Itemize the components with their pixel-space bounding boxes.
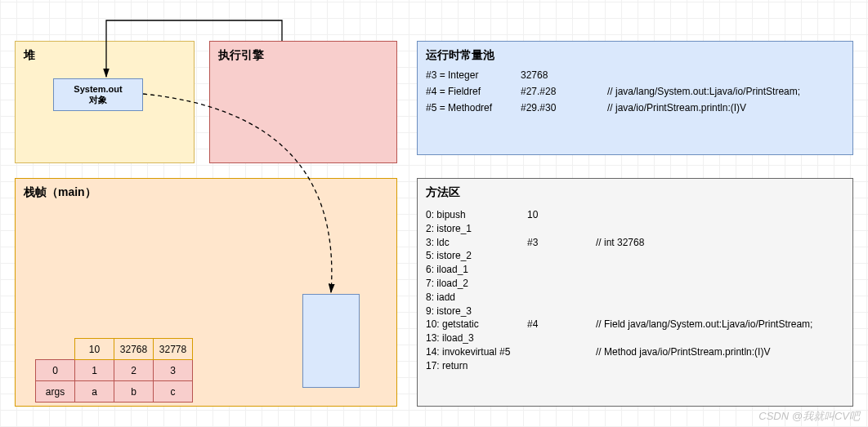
bytecode-cell: 9: istore_3 [426,305,524,318]
bytecode-cell: 0: bipush [426,208,524,222]
var-index: 0 [36,360,75,381]
bytecode-row: 3: ldc#3// int 32768 [426,236,844,250]
bytecode-cell: 8: iadd [426,291,524,305]
local-vars-table: 10 32768 32778 0 1 2 3 args a b c [35,338,193,403]
var-value: 10 [75,339,114,360]
cp-id: #4 = Fieldref [426,86,516,97]
bytecode-list: 0: bipush102: istore_13: ldc#3// int 327… [426,208,844,373]
bytecode-cell [527,291,593,305]
engine-title: 执行引擎 [218,48,388,63]
var-name: a [75,381,114,403]
cp-id: #5 = Methodref [426,102,516,113]
cp-ref: 32768 [521,69,602,81]
bytecode-cell: 2: istore_1 [426,222,524,236]
bytecode-cell [527,263,593,277]
bytecode-row: 2: istore_1 [426,222,844,236]
constpool-title: 运行时常量池 [426,48,844,63]
bytecode-cell: 7: iload_2 [426,277,524,291]
bytecode-cell [596,359,844,373]
methodarea-title: 方法区 [426,185,844,200]
bytecode-cell [596,277,844,291]
frame-title: 栈帧（main） [24,185,388,200]
sysout-line2: 对象 [54,94,142,106]
bytecode-cell [596,249,844,263]
var-index: 3 [154,360,193,381]
bytecode-row: 10: getstatic#4// Field java/lang/System… [426,318,844,331]
bytecode-cell: // Method java/io/PrintStream.println:(I… [596,345,844,359]
bytecode-cell: 17: return [426,359,524,373]
bytecode-cell: 3: ldc [426,236,524,250]
var-value: 32778 [154,339,193,360]
system-out-object: System.out 对象 [53,78,143,111]
bytecode-cell: 5: istore_2 [426,249,524,263]
var-index: 2 [114,360,154,381]
bytecode-cell [596,222,844,236]
cp-comment [607,69,844,81]
bytecode-row: 14: invokevirtual #5// Method java/io/Pr… [426,345,844,359]
cp-comment: // java/io/PrintStream.println:(I)V [607,102,844,113]
bytecode-cell: 10 [527,208,593,222]
cp-ref: #29.#30 [521,102,602,113]
cp-ref: #27.#28 [521,86,602,97]
bytecode-cell [527,345,593,359]
bytecode-cell: 10: getstatic [426,318,524,331]
bytecode-row: 8: iadd [426,291,844,305]
bytecode-cell [527,305,593,318]
bytecode-cell [527,249,593,263]
var-name: args [36,381,75,403]
bytecode-cell [596,291,844,305]
constant-pool-panel: 运行时常量池 #3 = Integer 32768 #4 = Fieldref … [417,41,853,155]
bytecode-row: 17: return [426,359,844,373]
constpool-row: #3 = Integer 32768 [426,69,844,81]
method-area-panel: 方法区 0: bipush102: istore_13: ldc#3// int… [417,178,853,407]
bytecode-cell [596,208,844,222]
bytecode-row: 9: istore_3 [426,305,844,318]
operand-stack [302,294,360,388]
var-value: 32768 [114,339,154,360]
constpool-row: #4 = Fieldref #27.#28 // java/lang/Syste… [426,86,844,97]
bytecode-cell [527,331,593,345]
bytecode-row: 6: iload_1 [426,263,844,277]
engine-panel: 执行引擎 [209,41,397,163]
bytecode-cell [596,305,844,318]
var-name: b [114,381,154,403]
bytecode-row: 13: iload_3 [426,331,844,345]
bytecode-cell [527,277,593,291]
bytecode-cell: // int 32768 [596,236,844,250]
var-name: c [154,381,193,403]
bytecode-cell [596,331,844,345]
bytecode-cell: 6: iload_1 [426,263,524,277]
constpool-row: #5 = Methodref #29.#30 // java/io/PrintS… [426,102,844,113]
cp-comment: // java/lang/System.out:Ljava/io/PrintSt… [607,86,844,97]
bytecode-cell: // Field java/lang/System.out:Ljava/io/P… [596,318,844,331]
bytecode-row: 5: istore_2 [426,249,844,263]
bytecode-cell: 14: invokevirtual #5 [426,345,524,359]
bytecode-cell: 13: iload_3 [426,331,524,345]
bytecode-row: 7: iload_2 [426,277,844,291]
cp-id: #3 = Integer [426,69,516,81]
var-index: 1 [75,360,114,381]
bytecode-cell: #4 [527,318,593,331]
bytecode-cell [527,222,593,236]
bytecode-cell: #3 [527,236,593,250]
sysout-line1: System.out [54,84,142,94]
watermark: CSDN @我就叫CV吧 [758,409,860,424]
bytecode-row: 0: bipush10 [426,208,844,222]
heap-title: 堆 [24,48,186,63]
bytecode-cell [596,263,844,277]
bytecode-cell [527,359,593,373]
